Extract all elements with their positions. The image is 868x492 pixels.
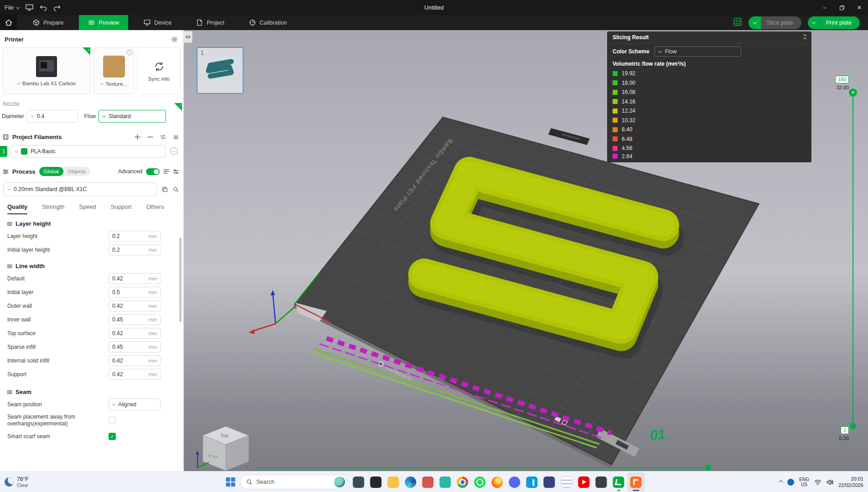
taskbar-app-icon[interactable] [558,472,575,492]
color-scheme-select[interactable]: Flow [655,47,741,57]
filament-select[interactable]: PLA Basic [11,145,165,158]
taskbar-app-icon[interactable] [523,472,541,492]
filament-slot-index[interactable]: 1 [0,146,7,157]
filament-settings-gear-icon[interactable] [173,134,179,140]
line-width-icon [6,263,12,269]
remove-filament-icon[interactable] [147,134,153,140]
taskbar-app-icon[interactable] [627,472,645,492]
volume-icon[interactable] [826,479,833,485]
layer-slider-track[interactable] [852,93,853,426]
close-button[interactable]: × [851,0,868,15]
tab-support[interactable]: Support [111,203,132,214]
layer-slider-handle[interactable] [850,423,856,429]
tune-icon[interactable] [173,169,179,175]
tab-others[interactable]: Others [146,203,164,214]
line-width-support-input[interactable]: 0.42mm [109,369,161,380]
printer-card[interactable]: ✓ Bambu Lab X1 Carbon [3,47,90,94]
undo-icon[interactable] [40,5,47,11]
tab-prepare[interactable]: Prepare [24,15,73,30]
taskbar-app-icon[interactable] [593,472,610,492]
view-list-icon[interactable] [163,169,169,175]
taskbar-app-icon[interactable] [437,472,454,492]
scope-global-pill[interactable]: Global [39,167,63,176]
print-plate-button[interactable]: Print plate [808,16,860,29]
taskbar-app-icon[interactable] [402,472,419,492]
collapse-filament-icon[interactable]: – [170,147,178,155]
tab-project[interactable]: Project [187,15,234,30]
taskbar-app-icon[interactable] [610,472,627,492]
taskbar-search[interactable]: Search [240,475,347,489]
home-button[interactable] [0,15,17,30]
line-width-default-input[interactable]: 0.42mm [109,273,161,284]
tab-strength[interactable]: Strength [42,203,64,214]
move-slider-track[interactable] [255,467,708,468]
advanced-toggle[interactable] [146,168,160,175]
layer-height-input[interactable]: 0.2mm [109,231,161,242]
taskbar-app-icon[interactable] [471,472,489,492]
line-width-initial-layer-input[interactable]: 0.5mm [109,287,161,298]
layer-slider-top-badge: 160 32.00 [821,76,849,90]
copy-preset-icon[interactable] [162,186,168,192]
plate-type-card[interactable]: i Texture... [93,47,135,94]
filament-sync-icon[interactable] [160,134,166,140]
tab-device[interactable]: Device [135,15,181,30]
language-switcher[interactable]: ENG US [799,477,809,487]
taskbar-app-icon[interactable] [385,472,402,492]
search-preset-icon[interactable] [173,186,179,192]
line-width-top-surface-input[interactable]: 0.42mm [109,328,161,339]
taskbar-app-icon[interactable] [419,472,437,492]
file-menu[interactable]: File [5,5,19,11]
info-icon[interactable]: i [127,50,132,55]
add-layer-marker-button[interactable]: + [849,88,857,97]
tab-preview[interactable]: Preview [79,15,128,30]
tray-app-icon[interactable] [787,479,794,486]
sync-info-button[interactable]: Sync info [137,47,181,94]
collapse-panel-icon[interactable] [804,34,806,41]
tray-overflow-icon[interactable] [779,480,783,484]
tab-calibration[interactable]: Calibration [240,15,296,30]
printer-settings-gear-icon[interactable] [171,36,178,43]
seam-overhang-checkbox[interactable] [109,417,116,424]
minimize-button[interactable]: – [816,0,833,15]
start-button[interactable] [223,475,237,489]
seam-position-select[interactable]: Aligned [109,399,161,410]
taskbar-app-icon[interactable] [541,472,558,492]
tab-speed[interactable]: Speed [79,203,96,214]
add-filament-icon[interactable] [135,134,140,140]
legend-row: 12.24 [607,106,811,116]
move-slider-handle[interactable] [705,465,711,471]
monitor-icon[interactable] [26,4,33,11]
slice-plate-button[interactable]: Slice plate [748,16,801,29]
line-width-outer-wall-input[interactable]: 0.42mm [109,300,161,311]
clock-widget[interactable]: 20:01 22/02/2026 [838,476,863,489]
redo-icon[interactable] [53,5,61,11]
taskbar-app-icon[interactable] [489,472,506,492]
slice-options-dropdown[interactable] [748,16,761,29]
line-width-internal-solid-input[interactable]: 0.42mm [109,355,161,366]
print-options-dropdown[interactable] [808,16,821,29]
filament-color-swatch[interactable] [21,148,27,155]
smart-scarf-seam-checkbox[interactable]: ✓ [109,433,116,440]
sidebar-collapse-handle[interactable] [184,31,192,43]
taskbar-app-icon[interactable] [350,472,367,492]
restore-button[interactable] [833,0,851,15]
line-width-sparse-infill-input[interactable]: 0.45mm [109,342,161,352]
taskbar-app-icon[interactable] [454,472,471,492]
line-width-inner-wall-input[interactable]: 0.45mm [109,314,161,325]
navigation-cube[interactable]: Top Front [203,426,249,471]
wifi-icon[interactable] [814,479,821,485]
taskbar-app-icon[interactable] [575,472,593,492]
weather-widget[interactable]: 76°F Clear [5,471,28,492]
nozzle-diameter-select[interactable]: 0.4 [27,110,78,123]
process-preset-select[interactable]: 0.20mm Standard @BBL X1C [4,182,157,196]
initial-layer-height-input[interactable]: 0.2mm [109,244,161,255]
scope-objects-pill[interactable]: Objects [63,167,90,176]
tab-quality[interactable]: Quality [7,203,27,214]
nozzle-flow-select[interactable]: Standard [99,110,166,123]
step-back-icon[interactable]: « [245,463,248,470]
plate-thumbnail[interactable]: 1 [197,47,244,94]
taskbar-app-icon[interactable] [367,472,385,492]
plate-settings-icon[interactable] [733,17,742,28]
taskbar-app-icon[interactable] [506,472,523,492]
sidebar-scrollbar[interactable] [179,238,182,322]
